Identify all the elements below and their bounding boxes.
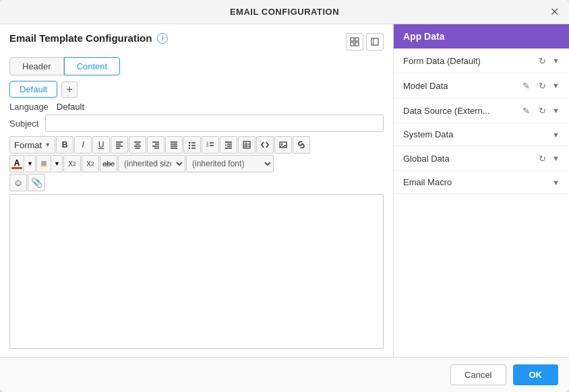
superscript-button[interactable]: X2 <box>82 155 99 172</box>
highlight-color-group: ▼ <box>36 155 63 172</box>
font-color-dropdown[interactable]: ▼ <box>25 155 36 172</box>
align-center-button[interactable] <box>129 136 146 154</box>
svg-rect-44 <box>40 166 47 167</box>
image-button[interactable] <box>274 136 292 154</box>
font-size-select[interactable]: (inherited size) <box>118 155 185 172</box>
main-content: Email Template Configuration i <box>0 24 569 357</box>
default-tab-btn[interactable]: Default <box>9 81 57 98</box>
indent-button[interactable] <box>220 136 237 154</box>
subject-label: Subject <box>9 119 38 129</box>
language-label: Language <box>9 102 49 112</box>
align-right-button[interactable] <box>147 136 164 154</box>
app-data-list: Form Data (Default) ↻ ▼ Model Data ✎ ↻ ▼… <box>394 48 569 357</box>
svg-point-41 <box>281 143 282 145</box>
expand-icon-btn[interactable] <box>346 33 363 51</box>
svg-rect-2 <box>351 42 354 46</box>
svg-point-22 <box>189 142 190 143</box>
app-data-item-model-data[interactable]: Model Data ✎ ↻ ▼ <box>394 73 569 98</box>
close-button[interactable]: ✕ <box>547 5 561 19</box>
app-data-item-email-macro[interactable]: Email Macro ▼ <box>394 171 569 194</box>
svg-rect-3 <box>355 42 359 46</box>
table-button[interactable] <box>238 136 256 154</box>
toolbar-row-1: Format ▼ B I U <box>9 136 384 154</box>
chevron-icon-3[interactable]: ▼ <box>552 131 560 139</box>
editor-area[interactable] <box>9 194 384 349</box>
highlight-color-dropdown[interactable]: ▼ <box>52 155 63 172</box>
chevron-icon-1[interactable]: ▼ <box>552 81 560 90</box>
app-data-item-system-data[interactable]: System Data ▼ <box>394 123 569 146</box>
svg-rect-43 <box>41 161 47 166</box>
format-chevron-icon: ▼ <box>44 141 51 148</box>
toolbar-row-3: ☺ 📎 <box>9 174 384 191</box>
chevron-icon-2[interactable]: ▼ <box>552 106 560 115</box>
code-button[interactable] <box>256 136 274 154</box>
align-left-button[interactable] <box>111 136 128 154</box>
highlight-color-button[interactable] <box>36 155 51 172</box>
font-family-select[interactable]: (inherited font) <box>186 155 274 172</box>
ok-button[interactable]: OK <box>513 364 559 385</box>
subject-row: Subject <box>9 115 384 132</box>
right-panel: App Data Form Data (Default) ↻ ▼ Model D… <box>394 24 569 357</box>
subject-input[interactable] <box>45 115 384 132</box>
svg-point-26 <box>189 148 190 149</box>
list-ul-button[interactable] <box>183 136 201 154</box>
app-data-item-data-source[interactable]: Data Source (Extern... ✎ ↻ ▼ <box>394 98 569 123</box>
svg-rect-4 <box>371 38 378 45</box>
edit-icon-2[interactable]: ✎ <box>520 104 532 117</box>
toolbar-row-2: A ▼ ▼ X2 X2 <box>9 155 384 172</box>
tab-default-bar: Default + <box>9 81 384 98</box>
tab-header[interactable]: Header <box>9 57 64 75</box>
add-tab-button[interactable]: + <box>61 81 78 98</box>
link-button[interactable] <box>293 136 310 154</box>
left-panel: Email Template Configuration i <box>0 24 394 357</box>
svg-point-24 <box>189 145 190 146</box>
svg-rect-1 <box>355 38 359 41</box>
footer: Cancel OK <box>0 357 569 392</box>
dialog: EMAIL CONFIGURATION ✕ Email Template Con… <box>0 0 569 392</box>
resize-icon-btn[interactable] <box>366 33 384 51</box>
svg-rect-36 <box>243 141 250 148</box>
strikethrough-button[interactable]: abc <box>100 155 117 172</box>
toolbar: Format ▼ B I U <box>9 136 384 191</box>
italic-button[interactable]: I <box>74 136 92 154</box>
refresh-icon-2[interactable]: ↻ <box>536 104 548 117</box>
title-bar: EMAIL CONFIGURATION ✕ <box>0 0 569 24</box>
font-color-button[interactable]: A <box>9 155 24 172</box>
chevron-icon-0[interactable]: ▼ <box>552 57 560 65</box>
tab-content[interactable]: Content <box>64 57 121 75</box>
refresh-icon-4[interactable]: ↻ <box>536 152 548 164</box>
underline-button[interactable]: U <box>92 136 110 154</box>
font-color-group: A ▼ <box>9 155 36 172</box>
app-data-item-global-data[interactable]: Global Data ↻ ▼ <box>394 146 569 171</box>
app-data-item-form-data[interactable]: Form Data (Default) ↻ ▼ <box>394 48 569 73</box>
chevron-icon-5[interactable]: ▼ <box>552 178 560 187</box>
svg-rect-0 <box>351 38 354 41</box>
subscript-button[interactable]: X2 <box>63 155 81 172</box>
dialog-title: EMAIL CONFIGURATION <box>230 7 339 17</box>
refresh-icon-0[interactable]: ↻ <box>536 55 548 67</box>
emoji-button[interactable]: ☺ <box>9 174 27 191</box>
info-icon[interactable]: i <box>157 33 168 44</box>
chevron-icon-4[interactable]: ▼ <box>552 154 560 162</box>
refresh-icon-1[interactable]: ↻ <box>536 79 548 92</box>
language-row: Language Default <box>9 102 384 112</box>
format-dropdown[interactable]: Format ▼ <box>9 136 55 154</box>
attachment-button[interactable]: 📎 <box>28 174 45 191</box>
app-data-header: App Data <box>394 24 569 48</box>
bold-button[interactable]: B <box>56 136 73 154</box>
list-ol-button[interactable]: 1.2. <box>202 136 219 154</box>
panel-title: Email Template Configuration i <box>9 32 168 44</box>
edit-icon-1[interactable]: ✎ <box>520 79 532 92</box>
language-value: Default <box>57 102 84 112</box>
color-bar <box>11 167 22 169</box>
justify-button[interactable] <box>165 136 183 154</box>
cancel-button[interactable]: Cancel <box>450 364 506 385</box>
tab-bar: Header Content <box>9 57 384 75</box>
svg-text:2.: 2. <box>206 143 209 148</box>
